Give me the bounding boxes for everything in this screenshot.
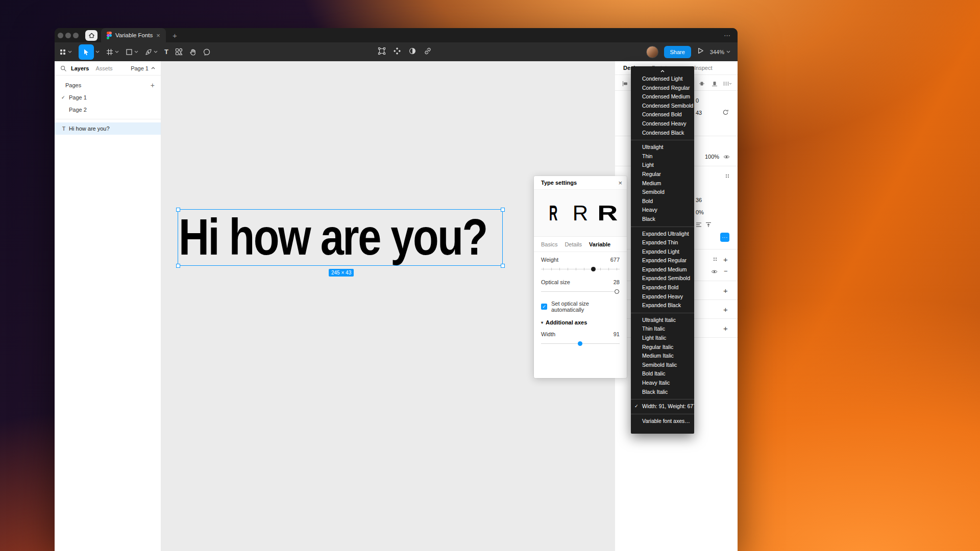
create-link-button[interactable] [424,47,432,57]
width-value[interactable]: 91 [614,331,620,337]
y-position-value[interactable]: 0 [696,97,699,104]
menu-item[interactable]: Thin Italic [631,324,694,334]
new-tab-button[interactable]: + [173,32,177,39]
menu-item[interactable]: Ultralight [631,143,694,152]
share-button[interactable]: Share [664,46,691,58]
close-tab-icon[interactable]: × [156,32,160,39]
optical-size-slider-handle[interactable] [615,289,619,294]
fill-visibility-eye-icon[interactable] [711,269,718,275]
resize-handle-top-right[interactable] [501,208,505,212]
weight-slider[interactable] [541,266,620,272]
rotation-icon[interactable] [722,109,729,117]
menu-item[interactable]: Condensed Medium [631,92,694,102]
fill-styles-icon[interactable] [712,256,718,263]
add-export-button[interactable]: + [723,324,728,332]
menu-item[interactable]: Bold Italic [631,369,694,379]
align-bottom-button[interactable] [712,80,718,89]
menu-item[interactable]: Expanded Regular [631,256,694,265]
menu-item[interactable]: Ultralight Italic [631,316,694,325]
menu-item[interactable]: Bold [631,197,694,206]
resize-handle-bottom-left[interactable] [176,264,180,268]
menu-item[interactable]: Semibold [631,188,694,197]
align-left-button[interactable] [622,80,628,89]
type-settings-header[interactable]: Type settings × [534,176,627,190]
tidy-up-button[interactable] [723,80,731,89]
menu-item[interactable]: Expanded Bold [631,283,694,292]
type-settings-toggle-button[interactable]: ··· [720,233,729,242]
menu-item[interactable]: Expanded Thin [631,238,694,247]
menu-item[interactable]: Light Italic [631,334,694,343]
close-window-button[interactable] [58,33,63,38]
remove-fill-button[interactable]: − [724,268,728,274]
resize-handle-top-left[interactable] [176,208,180,212]
font-size-value[interactable]: 36 [696,197,702,203]
menu-item[interactable]: Expanded Black [631,301,694,310]
auto-optical-row[interactable]: ✓ Set optical size automatically [541,300,620,313]
menu-item[interactable]: Heavy [631,206,694,215]
menu-item[interactable]: Black [631,215,694,224]
menu-item[interactable]: Expanded Semibold [631,274,694,283]
checkbox-checked-icon[interactable]: ✓ [541,304,547,310]
text-tool-button[interactable]: T [162,44,170,60]
search-icon[interactable] [60,65,66,71]
menu-item[interactable]: Expanded Heavy [631,292,694,302]
menu-scroll-up[interactable] [631,67,694,74]
resources-tool-button[interactable] [173,44,185,60]
width-slider-handle[interactable] [578,341,582,346]
hand-tool-button[interactable] [187,44,199,60]
menu-item[interactable]: Light [631,161,694,170]
opacity-value[interactable]: 100% [705,154,719,160]
comment-tool-button[interactable] [201,44,212,60]
add-stroke-button[interactable]: + [723,287,728,294]
home-button[interactable] [85,30,97,41]
pen-tool-button[interactable] [143,44,160,60]
window-more-button[interactable]: ⋯ [724,32,731,39]
menu-item[interactable]: Expanded Medium [631,265,694,274]
menu-item[interactable]: Thin [631,152,694,161]
tab-inspect[interactable]: Inspect [694,65,712,71]
menu-item[interactable]: Expanded Ultralight [631,230,694,239]
menu-item[interactable]: Condensed Light [631,74,694,84]
page-row-1[interactable]: ✓ Page 1 [55,91,161,104]
menu-item[interactable]: Medium [631,179,694,188]
tab-assets[interactable]: Assets [95,65,112,71]
shape-tool-button[interactable] [124,44,140,60]
menu-item-selected[interactable]: ✓ Width: 91, Weight: 677 [631,402,694,411]
menu-item[interactable]: Heavy Italic [631,379,694,388]
optical-size-value[interactable]: 28 [614,279,620,285]
zoom-control[interactable]: 344% [710,49,730,55]
menu-item[interactable]: Condensed Heavy [631,119,694,129]
menu-item[interactable]: Condensed Regular [631,84,694,93]
add-fill-button[interactable]: + [723,256,728,263]
add-effect-button[interactable]: + [723,306,728,313]
menu-item[interactable]: Regular Italic [631,343,694,352]
optical-size-slider[interactable] [541,288,620,294]
tab-details[interactable]: Details [565,241,582,247]
align-v-center-button[interactable] [699,80,705,89]
tab-basics[interactable]: Basics [541,241,557,247]
menu-item[interactable]: Semibold Italic [631,361,694,370]
layer-row-selected[interactable]: T Hi how are you? [55,122,161,135]
height-value[interactable]: 43 [696,110,702,116]
menu-item[interactable]: Condensed Bold [631,110,694,119]
frame-tool-button[interactable] [104,44,121,60]
menu-item[interactable]: Regular [631,170,694,179]
menu-item[interactable]: Expanded Light [631,247,694,257]
user-avatar[interactable] [646,46,658,58]
tab-variable[interactable]: Variable [589,241,610,247]
weight-value[interactable]: 677 [610,257,620,263]
create-component-button[interactable] [393,47,401,57]
menu-item[interactable]: Medium Italic [631,352,694,361]
add-page-button[interactable]: + [151,82,155,89]
additional-axes-header[interactable]: ▾ Additional axes [541,319,620,325]
file-tab[interactable]: Variable Fonts × [101,28,166,42]
text-align-left-icon[interactable] [696,222,702,229]
menu-item-variable-font-axes[interactable]: Variable font axes… [631,417,694,426]
weight-slider-handle[interactable] [591,267,596,271]
text-align-top-icon[interactable] [705,222,712,229]
minimize-window-button[interactable] [65,33,71,38]
resize-handle-bottom-right[interactable] [501,264,505,268]
use-as-mask-button[interactable] [408,47,416,57]
tab-layers[interactable]: Layers [71,65,89,71]
menu-item[interactable]: Condensed Semibold [631,102,694,111]
